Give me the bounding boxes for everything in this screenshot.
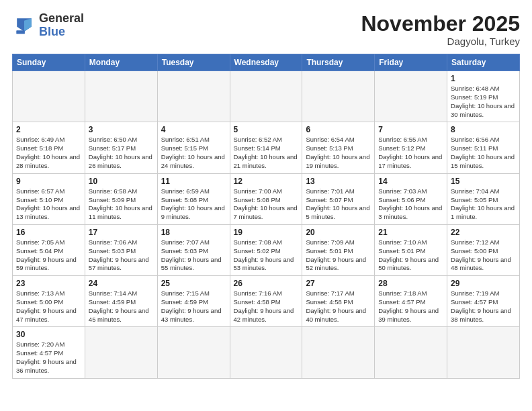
calendar-week-4: 23Sunrise: 7:13 AM Sunset: 5:00 PM Dayli… xyxy=(13,276,520,327)
day-number: 3 xyxy=(89,125,154,134)
table-row xyxy=(375,71,447,122)
page: General Blue November 2025 Dagyolu, Turk… xyxy=(0,0,532,411)
table-row: 22Sunrise: 7:12 AM Sunset: 5:00 PM Dayli… xyxy=(447,224,520,275)
day-number: 11 xyxy=(161,177,226,186)
day-info: Sunrise: 7:05 AM Sunset: 5:04 PM Dayligh… xyxy=(16,238,81,273)
logo: General Blue xyxy=(12,12,84,39)
table-row: 26Sunrise: 7:16 AM Sunset: 4:58 PM Dayli… xyxy=(230,276,302,327)
col-sunday: Sunday xyxy=(13,54,85,71)
table-row xyxy=(230,71,302,122)
day-info: Sunrise: 6:58 AM Sunset: 5:09 PM Dayligh… xyxy=(89,187,154,222)
calendar-header: Sunday Monday Tuesday Wednesday Thursday… xyxy=(13,54,520,71)
table-row: 8Sunrise: 6:56 AM Sunset: 5:11 PM Daylig… xyxy=(447,122,520,173)
table-row: 13Sunrise: 7:01 AM Sunset: 5:07 PM Dayli… xyxy=(302,173,375,224)
day-info: Sunrise: 7:00 AM Sunset: 5:08 PM Dayligh… xyxy=(234,187,299,222)
day-info: Sunrise: 7:20 AM Sunset: 4:57 PM Dayligh… xyxy=(16,340,81,375)
table-row: 11Sunrise: 6:59 AM Sunset: 5:08 PM Dayli… xyxy=(157,173,230,224)
day-number: 28 xyxy=(378,279,443,288)
day-number: 12 xyxy=(234,177,299,186)
col-friday: Friday xyxy=(375,54,447,71)
header: General Blue November 2025 Dagyolu, Turk… xyxy=(12,12,520,47)
table-row xyxy=(447,327,520,378)
day-info: Sunrise: 6:48 AM Sunset: 5:19 PM Dayligh… xyxy=(451,85,516,119)
table-row: 1Sunrise: 6:48 AM Sunset: 5:19 PM Daylig… xyxy=(447,71,520,122)
day-number: 13 xyxy=(306,177,371,186)
day-number: 14 xyxy=(378,177,443,186)
logo-general: General xyxy=(39,11,84,25)
day-info: Sunrise: 6:54 AM Sunset: 5:13 PM Dayligh… xyxy=(306,136,371,170)
day-info: Sunrise: 7:12 AM Sunset: 5:00 PM Dayligh… xyxy=(451,238,516,273)
day-info: Sunrise: 6:49 AM Sunset: 5:18 PM Dayligh… xyxy=(16,136,81,170)
day-info: Sunrise: 6:51 AM Sunset: 5:15 PM Dayligh… xyxy=(161,136,226,170)
day-info: Sunrise: 7:17 AM Sunset: 4:58 PM Dayligh… xyxy=(306,289,371,324)
day-info: Sunrise: 7:19 AM Sunset: 4:57 PM Dayligh… xyxy=(451,289,516,324)
day-info: Sunrise: 6:50 AM Sunset: 5:17 PM Dayligh… xyxy=(89,136,154,170)
table-row xyxy=(157,71,230,122)
table-row: 30Sunrise: 7:20 AM Sunset: 4:57 PM Dayli… xyxy=(13,327,85,378)
table-row: 17Sunrise: 7:06 AM Sunset: 5:03 PM Dayli… xyxy=(85,224,157,275)
table-row: 27Sunrise: 7:17 AM Sunset: 4:58 PM Dayli… xyxy=(302,276,375,327)
table-row: 5Sunrise: 6:52 AM Sunset: 5:14 PM Daylig… xyxy=(230,122,302,173)
table-row: 10Sunrise: 6:58 AM Sunset: 5:09 PM Dayli… xyxy=(85,173,157,224)
day-number: 27 xyxy=(306,279,371,288)
table-row: 15Sunrise: 7:04 AM Sunset: 5:05 PM Dayli… xyxy=(447,173,520,224)
table-row: 3Sunrise: 6:50 AM Sunset: 5:17 PM Daylig… xyxy=(85,122,157,173)
table-row: 21Sunrise: 7:10 AM Sunset: 5:01 PM Dayli… xyxy=(375,224,447,275)
day-number: 17 xyxy=(89,228,154,237)
table-row: 7Sunrise: 6:55 AM Sunset: 5:12 PM Daylig… xyxy=(375,122,447,173)
calendar-body: 1Sunrise: 6:48 AM Sunset: 5:19 PM Daylig… xyxy=(13,71,520,379)
day-number: 19 xyxy=(234,228,299,237)
col-tuesday: Tuesday xyxy=(157,54,230,71)
day-number: 1 xyxy=(451,74,516,83)
table-row xyxy=(230,327,302,378)
calendar-table: Sunday Monday Tuesday Wednesday Thursday… xyxy=(12,54,520,379)
day-number: 21 xyxy=(378,228,443,237)
calendar-week-1: 2Sunrise: 6:49 AM Sunset: 5:18 PM Daylig… xyxy=(13,122,520,173)
day-number: 29 xyxy=(451,279,516,288)
table-row xyxy=(157,327,230,378)
day-number: 8 xyxy=(451,125,516,134)
day-info: Sunrise: 7:07 AM Sunset: 5:03 PM Dayligh… xyxy=(161,238,226,273)
day-number: 7 xyxy=(378,125,443,134)
table-row xyxy=(85,71,157,122)
day-info: Sunrise: 7:09 AM Sunset: 5:01 PM Dayligh… xyxy=(306,238,371,273)
logo-blue: Blue xyxy=(39,25,65,38)
table-row: 16Sunrise: 7:05 AM Sunset: 5:04 PM Dayli… xyxy=(13,224,85,275)
header-row: Sunday Monday Tuesday Wednesday Thursday… xyxy=(13,54,520,71)
calendar-week-3: 16Sunrise: 7:05 AM Sunset: 5:04 PM Dayli… xyxy=(13,224,520,275)
day-info: Sunrise: 7:18 AM Sunset: 4:57 PM Dayligh… xyxy=(378,289,443,324)
table-row: 18Sunrise: 7:07 AM Sunset: 5:03 PM Dayli… xyxy=(157,224,230,275)
table-row: 9Sunrise: 6:57 AM Sunset: 5:10 PM Daylig… xyxy=(13,173,85,224)
day-info: Sunrise: 7:04 AM Sunset: 5:05 PM Dayligh… xyxy=(451,187,516,222)
table-row xyxy=(13,71,85,122)
table-row: 20Sunrise: 7:09 AM Sunset: 5:01 PM Dayli… xyxy=(302,224,375,275)
col-wednesday: Wednesday xyxy=(230,54,302,71)
day-info: Sunrise: 7:01 AM Sunset: 5:07 PM Dayligh… xyxy=(306,187,371,222)
table-row xyxy=(302,327,375,378)
title-block: November 2025 Dagyolu, Turkey xyxy=(361,12,520,47)
day-info: Sunrise: 7:13 AM Sunset: 5:00 PM Dayligh… xyxy=(16,289,81,324)
table-row xyxy=(375,327,447,378)
col-thursday: Thursday xyxy=(302,54,375,71)
day-number: 2 xyxy=(16,125,81,134)
day-number: 4 xyxy=(161,125,226,134)
day-info: Sunrise: 6:52 AM Sunset: 5:14 PM Dayligh… xyxy=(234,136,299,170)
day-info: Sunrise: 7:06 AM Sunset: 5:03 PM Dayligh… xyxy=(89,238,154,273)
day-info: Sunrise: 6:59 AM Sunset: 5:08 PM Dayligh… xyxy=(161,187,226,222)
day-info: Sunrise: 6:55 AM Sunset: 5:12 PM Dayligh… xyxy=(378,136,443,170)
calendar-week-0: 1Sunrise: 6:48 AM Sunset: 5:19 PM Daylig… xyxy=(13,71,520,122)
table-row: 2Sunrise: 6:49 AM Sunset: 5:18 PM Daylig… xyxy=(13,122,85,173)
col-saturday: Saturday xyxy=(447,54,520,71)
day-number: 6 xyxy=(306,125,371,134)
table-row: 25Sunrise: 7:15 AM Sunset: 4:59 PM Dayli… xyxy=(157,276,230,327)
table-row: 6Sunrise: 6:54 AM Sunset: 5:13 PM Daylig… xyxy=(302,122,375,173)
table-row xyxy=(85,327,157,378)
day-number: 9 xyxy=(16,177,81,186)
table-row: 19Sunrise: 7:08 AM Sunset: 5:02 PM Dayli… xyxy=(230,224,302,275)
table-row: 24Sunrise: 7:14 AM Sunset: 4:59 PM Dayli… xyxy=(85,276,157,327)
table-row: 12Sunrise: 7:00 AM Sunset: 5:08 PM Dayli… xyxy=(230,173,302,224)
day-info: Sunrise: 7:08 AM Sunset: 5:02 PM Dayligh… xyxy=(234,238,299,273)
day-info: Sunrise: 7:14 AM Sunset: 4:59 PM Dayligh… xyxy=(89,289,154,324)
day-info: Sunrise: 7:10 AM Sunset: 5:01 PM Dayligh… xyxy=(378,238,443,273)
calendar-week-5: 30Sunrise: 7:20 AM Sunset: 4:57 PM Dayli… xyxy=(13,327,520,378)
